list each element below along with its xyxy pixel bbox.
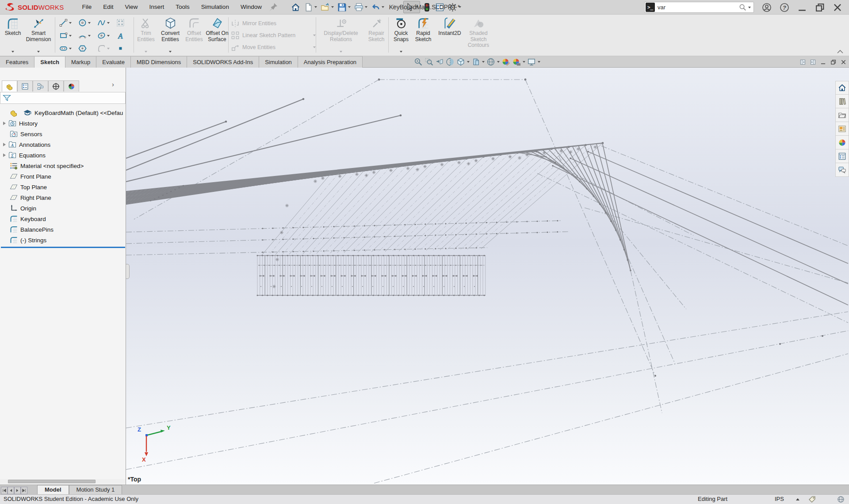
expand-right-pane-icon[interactable] <box>810 59 816 65</box>
status-units-text[interactable]: IPS <box>775 496 784 502</box>
bottom-tab-model[interactable]: Model <box>37 485 69 494</box>
print-button[interactable] <box>353 1 369 13</box>
tag-icon[interactable] <box>808 496 816 503</box>
search-box[interactable]: >_ <box>644 2 754 13</box>
text-tool-button[interactable]: A <box>115 31 134 40</box>
ellipse-tool-button[interactable] <box>96 31 115 40</box>
tree-item-balancepins[interactable]: BalancePins <box>0 224 126 235</box>
sketch-picture-tool-button[interactable] <box>115 19 134 27</box>
move-entities-button[interactable]: Move Entities <box>231 41 316 53</box>
new-document-button[interactable] <box>302 1 318 13</box>
tree-item-origin[interactable]: Origin <box>0 203 126 214</box>
tab-markup[interactable]: Markup <box>65 56 96 68</box>
close-button[interactable] <box>833 3 842 12</box>
trim-entities-button[interactable]: Trim Entities <box>135 16 157 55</box>
tab-simulation[interactable]: Simulation <box>259 56 298 68</box>
display-style-caret[interactable] <box>482 61 485 63</box>
panel-splitter-handle[interactable] <box>126 264 130 279</box>
edit-appearance-icon[interactable] <box>501 57 510 66</box>
tab-features[interactable]: Features <box>0 56 34 68</box>
sketch-fillet-tool-caret[interactable] <box>107 48 110 50</box>
first-tab-button[interactable] <box>1 487 8 494</box>
search-icon[interactable] <box>739 4 746 11</box>
slot-tool-caret[interactable] <box>69 48 72 50</box>
shaded-sketch-contours-button[interactable]: Shaded Sketch Contours <box>465 16 492 55</box>
tree-item-keyboard[interactable]: Keyboard <box>0 214 126 224</box>
undo-button[interactable] <box>370 1 386 13</box>
panel-flyout-chevron[interactable]: › <box>112 80 114 88</box>
line-tool-button[interactable] <box>57 19 76 27</box>
spline-tool-caret[interactable] <box>107 22 110 24</box>
view-settings-caret[interactable] <box>538 61 540 63</box>
arc-tool-button[interactable] <box>76 31 96 40</box>
expand-arrow-icon[interactable] <box>3 143 6 146</box>
panel-tab-featuremanager[interactable] <box>2 80 17 92</box>
open-document-dropdown-caret[interactable] <box>331 6 334 8</box>
tree-item--strings[interactable]: (-) Strings <box>0 235 126 245</box>
display-delete-relations-button[interactable]: Display/Delete Relations <box>318 16 363 55</box>
dropdown-caret[interactable] <box>400 51 402 53</box>
help-icon[interactable]: ? <box>780 3 789 12</box>
arc-tool-caret[interactable] <box>88 35 91 37</box>
dropdown-caret[interactable] <box>145 51 147 53</box>
expand-arrow-icon[interactable] <box>3 122 6 125</box>
search-input[interactable] <box>655 4 739 11</box>
instant2d-button[interactable]: Instant2D <box>435 16 464 55</box>
linear-sketch-pattern-button[interactable]: Linear Sketch Pattern <box>231 29 316 41</box>
repair-sketch-button[interactable]: Repair Sketch <box>364 16 388 55</box>
polygon-tool-button[interactable] <box>76 44 96 53</box>
spline-tool-button[interactable] <box>96 19 115 27</box>
open-document-button[interactable] <box>319 1 335 13</box>
tree-item-material-not-specified-[interactable]: Material <not specified> <box>0 160 126 171</box>
resources-icon[interactable] <box>837 496 845 503</box>
home-button[interactable] <box>290 1 302 13</box>
prev-tab-button[interactable] <box>8 487 14 494</box>
menu-window[interactable]: Window <box>235 0 268 14</box>
rapid-sketch-button[interactable]: Rapid Sketch <box>412 16 434 55</box>
view-settings-icon[interactable] <box>527 57 536 66</box>
tree-item-equations[interactable]: ΣEquations <box>0 150 126 160</box>
next-tab-button[interactable] <box>14 487 21 494</box>
display-style-icon[interactable] <box>471 57 480 66</box>
dropdown-caret[interactable] <box>340 51 342 53</box>
dropdown-caret[interactable] <box>11 51 14 53</box>
menu-tools[interactable]: Tools <box>170 0 195 14</box>
rectangle-tool-caret[interactable] <box>69 35 72 37</box>
minimize-button[interactable] <box>797 3 807 12</box>
account-icon[interactable] <box>762 3 772 12</box>
line-tool-caret[interactable] <box>69 22 72 24</box>
circle-tool-caret[interactable] <box>88 22 91 24</box>
panel-horizontal-scrollbar[interactable] <box>0 479 126 484</box>
menu-simulation[interactable]: Simulation <box>195 0 235 14</box>
units-popup-caret[interactable] <box>796 498 799 500</box>
expand-arrow-icon[interactable] <box>3 153 6 157</box>
menu-insert[interactable]: Insert <box>144 0 170 14</box>
sketch-button[interactable]: Sketch <box>3 16 23 55</box>
tab-evaluate[interactable]: Evaluate <box>96 56 131 68</box>
menu-edit[interactable]: Edit <box>97 0 119 14</box>
new-document-dropdown-caret[interactable] <box>314 6 317 8</box>
doc-minimize-button[interactable] <box>820 59 826 65</box>
dropdown-caret[interactable] <box>169 51 172 53</box>
dropdown-caret[interactable] <box>37 51 40 53</box>
hide-show-items-icon[interactable] <box>486 57 495 66</box>
ribbon-collapse-chevron[interactable] <box>837 49 844 54</box>
taskpane-solidworks-resources[interactable] <box>835 81 849 95</box>
rectangle-tool-button[interactable] <box>57 31 76 40</box>
filter-icon[interactable] <box>3 95 11 101</box>
undo-dropdown-caret[interactable] <box>382 6 384 8</box>
smart-dimension-button[interactable]: Smart Dimension <box>24 16 53 55</box>
pin-menu-icon[interactable] <box>268 2 278 12</box>
convert-entities-button[interactable]: Convert Entities <box>157 16 183 55</box>
previous-view-icon[interactable] <box>435 57 444 66</box>
panel-tab-configurationmanager[interactable] <box>33 80 48 92</box>
section-view-icon[interactable] <box>446 57 455 66</box>
taskpane-view-palette[interactable] <box>835 122 849 136</box>
apply-scene-icon[interactable] <box>512 57 521 66</box>
rollback-bar[interactable] <box>1 247 125 248</box>
restore-button[interactable] <box>815 3 825 12</box>
ellipse-tool-caret[interactable] <box>107 35 110 37</box>
offset-on-surface-button[interactable]: Offset On Surface <box>205 16 229 55</box>
graphics-viewport[interactable]: .cd{stroke:#9aa0a8;stroke-width:1.1;fill… <box>126 68 849 485</box>
taskpane-appearances-scenes[interactable] <box>835 136 849 149</box>
